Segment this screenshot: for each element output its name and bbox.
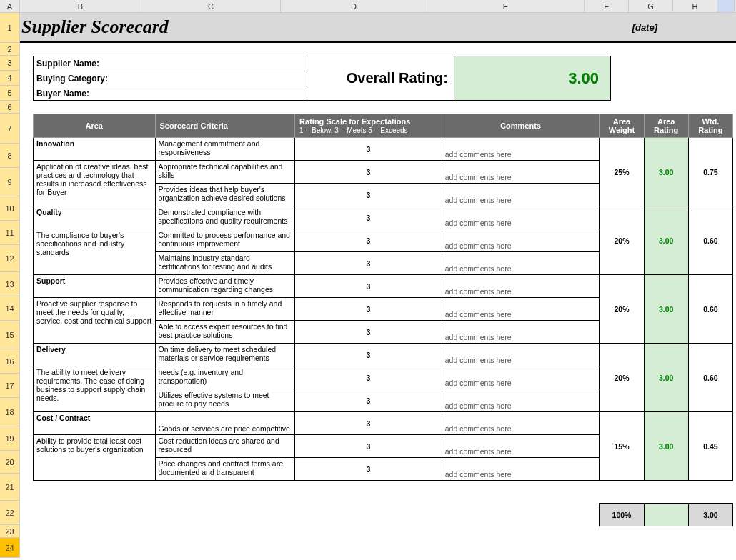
criteria-cell[interactable]: Provides ideas that help buyer's organiz… — [155, 184, 295, 206]
rating-cell[interactable]: 3 — [295, 458, 442, 481]
rating-cell[interactable]: 3 — [295, 389, 442, 412]
area-desc-cell: The compliance to buyer's specifications… — [34, 229, 156, 275]
rating-cell[interactable]: 3 — [295, 229, 442, 252]
criteria-cell[interactable]: On time delivery to meet scheduled mater… — [155, 344, 295, 366]
row-header-10[interactable]: 10 — [0, 196, 20, 221]
buyer-name-field[interactable]: Buyer Name: — [33, 86, 307, 101]
row-header-14[interactable]: 14 — [0, 296, 20, 321]
area-weight-cell[interactable]: 20% — [600, 275, 644, 344]
comments-cell[interactable]: add comments here — [442, 275, 600, 298]
wtd-rating-cell: 0.60 — [688, 344, 732, 412]
criteria-cell[interactable]: Utilizes effective systems to meet procu… — [155, 389, 295, 412]
criteria-cell[interactable]: Appropriate technical capabilities and s… — [155, 161, 295, 184]
wtd-rating-cell: 0.60 — [688, 206, 732, 275]
scorecard-table: Area Scorecard Criteria Rating Scale for… — [33, 114, 733, 526]
rating-cell[interactable]: 3 — [295, 344, 442, 366]
rating-cell[interactable]: 3 — [295, 435, 442, 458]
criteria-cell[interactable]: needs (e.g. inventory and transportation… — [155, 366, 295, 389]
row-header-23[interactable]: 23 — [0, 525, 20, 526]
comments-cell[interactable]: add comments here — [442, 252, 600, 275]
criteria-cell[interactable]: Responds to requests in a timely and eff… — [155, 298, 295, 321]
row-header-4[interactable]: 4 — [0, 71, 20, 86]
row-header-17[interactable]: 17 — [0, 374, 20, 398]
comments-cell[interactable]: add comments here — [442, 458, 600, 481]
rating-cell[interactable]: 3 — [295, 412, 442, 435]
buying-category-field[interactable]: Buying Category: — [33, 71, 307, 86]
row-header-11[interactable]: 11 — [0, 221, 20, 245]
row-header-18[interactable]: 18 — [0, 398, 20, 426]
criteria-cell[interactable]: Provides effective and timely communicat… — [155, 275, 295, 298]
criteria-cell[interactable]: Management commitment and responsiveness — [155, 138, 295, 161]
overall-rating-value: 3.00 — [454, 56, 611, 101]
criteria-cell[interactable]: Goods or services are price competitive — [155, 412, 295, 435]
col-header-F[interactable]: F — [585, 0, 629, 12]
rating-cell[interactable]: 3 — [295, 366, 442, 389]
worksheet[interactable]: Supplier Scorecard [date] Supplier Name:… — [20, 13, 736, 526]
area-desc-cell: The ability to meet delivery requirement… — [34, 366, 156, 412]
row-header-2[interactable]: 2 — [0, 43, 20, 56]
comments-cell[interactable]: add comments here — [442, 138, 600, 161]
criteria-cell[interactable]: Maintains industry standard certificatio… — [155, 252, 295, 275]
col-header-C[interactable]: C — [141, 0, 281, 12]
rating-cell[interactable]: 3 — [295, 298, 442, 321]
col-header-D[interactable]: D — [281, 0, 427, 12]
wtd-rating-cell: 0.45 — [688, 412, 732, 481]
row-header-5[interactable]: 5 — [0, 86, 20, 101]
criteria-cell[interactable]: Demonstrated compliance with specificati… — [155, 206, 295, 229]
comments-cell[interactable]: add comments here — [442, 344, 600, 366]
rating-cell[interactable]: 3 — [295, 275, 442, 298]
row-header-6[interactable]: 6 — [0, 101, 20, 114]
title-row: Supplier Scorecard [date] — [20, 13, 736, 43]
col-header-A[interactable]: A — [0, 0, 20, 12]
area-weight-cell[interactable]: 20% — [600, 206, 644, 275]
comments-cell[interactable]: add comments here — [442, 161, 600, 184]
comments-cell[interactable]: add comments here — [442, 321, 600, 344]
area-rating-cell: 3.00 — [644, 275, 688, 344]
row-headers[interactable]: 1 2 3 4 5 6 7 8 9 10 11 12 13 14 15 16 1… — [0, 13, 20, 526]
row-header-16[interactable]: 16 — [0, 349, 20, 374]
comments-cell[interactable]: add comments here — [442, 435, 600, 458]
criteria-cell[interactable]: Price changes and contract terms are doc… — [155, 458, 295, 481]
row-header-20[interactable]: 20 — [0, 451, 20, 474]
col-header-G[interactable]: G — [629, 0, 673, 12]
rating-cell[interactable]: 3 — [295, 252, 442, 275]
row-header-19[interactable]: 19 — [0, 426, 20, 451]
col-header-E[interactable]: E — [427, 0, 585, 12]
comments-cell[interactable]: add comments here — [442, 229, 600, 252]
rating-cell[interactable]: 3 — [295, 161, 442, 184]
comments-cell[interactable]: add comments here — [442, 389, 600, 412]
row-header-22[interactable]: 22 — [0, 501, 20, 525]
rating-cell[interactable]: 3 — [295, 184, 442, 206]
comments-cell[interactable]: add comments here — [442, 366, 600, 389]
comments-cell[interactable]: add comments here — [442, 206, 600, 229]
row-header-8[interactable]: 8 — [0, 144, 20, 168]
row-header-7[interactable]: 7 — [0, 114, 20, 144]
comments-cell[interactable]: add comments here — [442, 298, 600, 321]
area-name-cell: Innovation — [34, 138, 156, 161]
criteria-cell[interactable]: Committed to process performance and con… — [155, 229, 295, 252]
rating-cell[interactable]: 3 — [295, 138, 442, 161]
row-header-15[interactable]: 15 — [0, 321, 20, 349]
area-weight-cell[interactable]: 25% — [600, 138, 644, 206]
col-header-B[interactable]: B — [20, 0, 141, 12]
row-header-12[interactable]: 12 — [0, 245, 20, 272]
rating-cell[interactable]: 3 — [295, 321, 442, 344]
totals-row: 100% 3.00 — [34, 504, 733, 526]
rating-cell[interactable]: 3 — [295, 206, 442, 229]
supplier-name-field[interactable]: Supplier Name: — [33, 56, 307, 71]
row-header-13[interactable]: 13 — [0, 272, 20, 296]
column-headers[interactable]: A B C D E F G H — [0, 0, 736, 13]
date-placeholder[interactable]: [date] — [632, 22, 657, 33]
row-header-1[interactable]: 1 — [0, 13, 20, 43]
criteria-cell[interactable]: Able to access expert resources to find … — [155, 321, 295, 344]
header-area: Area — [34, 114, 156, 138]
area-weight-cell[interactable]: 15% — [600, 412, 644, 481]
comments-cell[interactable]: add comments here — [442, 412, 600, 435]
comments-cell[interactable]: add comments here — [442, 184, 600, 206]
row-header-21[interactable]: 21 — [0, 474, 20, 501]
criteria-cell[interactable]: Cost reduction ideas are shared and reso… — [155, 435, 295, 458]
area-weight-cell[interactable]: 20% — [600, 344, 644, 412]
row-header-9[interactable]: 9 — [0, 168, 20, 196]
col-header-H[interactable]: H — [673, 0, 717, 12]
row-header-3[interactable]: 3 — [0, 56, 20, 71]
